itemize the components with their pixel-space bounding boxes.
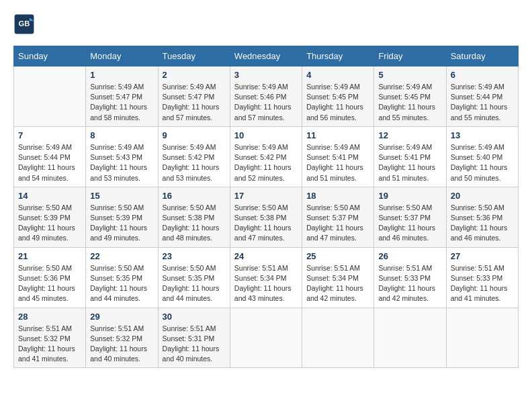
day-info: Sunrise: 5:49 AM Sunset: 5:44 PM Dayligh…	[451, 82, 514, 123]
day-number: 16	[163, 191, 226, 201]
week-row-2: 7Sunrise: 5:49 AM Sunset: 5:44 PM Daylig…	[14, 126, 519, 187]
day-number: 6	[451, 70, 514, 80]
day-info: Sunrise: 5:51 AM Sunset: 5:33 PM Dayligh…	[451, 263, 514, 304]
calendar-cell: 1Sunrise: 5:49 AM Sunset: 5:47 PM Daylig…	[86, 66, 158, 127]
day-number: 12	[378, 130, 441, 140]
day-number: 14	[18, 191, 81, 201]
day-info: Sunrise: 5:50 AM Sunset: 5:35 PM Dayligh…	[90, 263, 153, 304]
calendar-cell: 8Sunrise: 5:49 AM Sunset: 5:43 PM Daylig…	[86, 126, 158, 187]
day-info: Sunrise: 5:49 AM Sunset: 5:46 PM Dayligh…	[234, 82, 298, 123]
calendar-cell: 26Sunrise: 5:51 AM Sunset: 5:33 PM Dayli…	[374, 247, 446, 308]
calendar-cell: 25Sunrise: 5:51 AM Sunset: 5:34 PM Dayli…	[302, 247, 374, 308]
logo: GB	[13, 13, 38, 35]
header-row: SundayMondayTuesdayWednesdayThursdayFrid…	[14, 46, 519, 66]
week-row-4: 21Sunrise: 5:50 AM Sunset: 5:36 PM Dayli…	[14, 247, 519, 308]
calendar-cell	[446, 308, 518, 368]
day-header-monday: Monday	[86, 46, 158, 66]
day-number: 19	[378, 191, 441, 201]
calendar-cell: 17Sunrise: 5:50 AM Sunset: 5:38 PM Dayli…	[230, 187, 302, 247]
day-header-saturday: Saturday	[446, 46, 518, 66]
calendar-cell: 23Sunrise: 5:50 AM Sunset: 5:35 PM Dayli…	[158, 247, 230, 308]
calendar-cell: 9Sunrise: 5:49 AM Sunset: 5:42 PM Daylig…	[158, 126, 230, 187]
day-info: Sunrise: 5:49 AM Sunset: 5:45 PM Dayligh…	[306, 82, 369, 123]
calendar-cell: 20Sunrise: 5:50 AM Sunset: 5:36 PM Dayli…	[446, 187, 518, 247]
day-number: 25	[306, 251, 369, 261]
day-info: Sunrise: 5:51 AM Sunset: 5:34 PM Dayligh…	[306, 263, 369, 304]
day-info: Sunrise: 5:50 AM Sunset: 5:36 PM Dayligh…	[451, 203, 514, 244]
calendar-cell: 6Sunrise: 5:49 AM Sunset: 5:44 PM Daylig…	[446, 66, 518, 127]
svg-text:GB: GB	[19, 19, 30, 28]
day-number: 5	[378, 70, 441, 80]
day-number: 26	[378, 251, 441, 261]
day-number: 11	[306, 130, 369, 140]
day-info: Sunrise: 5:49 AM Sunset: 5:42 PM Dayligh…	[163, 142, 226, 183]
day-info: Sunrise: 5:49 AM Sunset: 5:47 PM Dayligh…	[163, 82, 226, 123]
calendar-cell	[14, 66, 86, 127]
day-info: Sunrise: 5:50 AM Sunset: 5:35 PM Dayligh…	[163, 263, 226, 304]
calendar-cell: 12Sunrise: 5:49 AM Sunset: 5:41 PM Dayli…	[374, 126, 446, 187]
calendar-cell: 30Sunrise: 5:51 AM Sunset: 5:31 PM Dayli…	[158, 308, 230, 368]
day-header-friday: Friday	[374, 46, 446, 66]
day-info: Sunrise: 5:51 AM Sunset: 5:34 PM Dayligh…	[234, 263, 298, 304]
calendar-cell: 3Sunrise: 5:49 AM Sunset: 5:46 PM Daylig…	[230, 66, 302, 127]
calendar-cell: 2Sunrise: 5:49 AM Sunset: 5:47 PM Daylig…	[158, 66, 230, 127]
calendar-cell: 5Sunrise: 5:49 AM Sunset: 5:45 PM Daylig…	[374, 66, 446, 127]
calendar-cell: 19Sunrise: 5:50 AM Sunset: 5:37 PM Dayli…	[374, 187, 446, 247]
page-header: GB	[13, 13, 519, 35]
day-number: 3	[234, 70, 298, 80]
day-info: Sunrise: 5:50 AM Sunset: 5:37 PM Dayligh…	[378, 203, 441, 244]
day-number: 2	[163, 70, 226, 80]
day-info: Sunrise: 5:50 AM Sunset: 5:36 PM Dayligh…	[18, 263, 81, 304]
day-number: 30	[163, 312, 226, 322]
calendar-cell: 13Sunrise: 5:49 AM Sunset: 5:40 PM Dayli…	[446, 126, 518, 187]
day-header-sunday: Sunday	[14, 46, 86, 66]
calendar-cell: 27Sunrise: 5:51 AM Sunset: 5:33 PM Dayli…	[446, 247, 518, 308]
calendar-cell: 18Sunrise: 5:50 AM Sunset: 5:37 PM Dayli…	[302, 187, 374, 247]
day-number: 7	[18, 130, 81, 140]
day-number: 21	[18, 251, 81, 261]
day-info: Sunrise: 5:50 AM Sunset: 5:37 PM Dayligh…	[306, 203, 369, 244]
week-row-5: 28Sunrise: 5:51 AM Sunset: 5:32 PM Dayli…	[14, 308, 519, 368]
day-number: 29	[90, 312, 153, 322]
day-info: Sunrise: 5:50 AM Sunset: 5:39 PM Dayligh…	[18, 203, 81, 244]
calendar-cell: 11Sunrise: 5:49 AM Sunset: 5:41 PM Dayli…	[302, 126, 374, 187]
day-header-thursday: Thursday	[302, 46, 374, 66]
day-header-wednesday: Wednesday	[230, 46, 302, 66]
calendar-table: SundayMondayTuesdayWednesdayThursdayFrid…	[13, 46, 519, 368]
week-row-3: 14Sunrise: 5:50 AM Sunset: 5:39 PM Dayli…	[14, 187, 519, 247]
day-info: Sunrise: 5:50 AM Sunset: 5:39 PM Dayligh…	[90, 203, 153, 244]
day-info: Sunrise: 5:49 AM Sunset: 5:44 PM Dayligh…	[18, 142, 81, 183]
day-number: 4	[306, 70, 369, 80]
day-number: 18	[306, 191, 369, 201]
calendar-cell: 10Sunrise: 5:49 AM Sunset: 5:42 PM Dayli…	[230, 126, 302, 187]
day-number: 15	[90, 191, 153, 201]
day-number: 17	[234, 191, 298, 201]
day-number: 13	[451, 130, 514, 140]
day-info: Sunrise: 5:49 AM Sunset: 5:42 PM Dayligh…	[234, 142, 298, 183]
day-info: Sunrise: 5:51 AM Sunset: 5:32 PM Dayligh…	[90, 324, 153, 365]
calendar-cell: 24Sunrise: 5:51 AM Sunset: 5:34 PM Dayli…	[230, 247, 302, 308]
day-number: 27	[451, 251, 514, 261]
logo-icon: GB	[13, 13, 35, 35]
calendar-cell: 14Sunrise: 5:50 AM Sunset: 5:39 PM Dayli…	[14, 187, 86, 247]
day-number: 9	[163, 130, 226, 140]
calendar-cell	[302, 308, 374, 368]
day-number: 23	[163, 251, 226, 261]
calendar-cell	[230, 308, 302, 368]
calendar-cell: 15Sunrise: 5:50 AM Sunset: 5:39 PM Dayli…	[86, 187, 158, 247]
calendar-cell: 21Sunrise: 5:50 AM Sunset: 5:36 PM Dayli…	[14, 247, 86, 308]
day-info: Sunrise: 5:50 AM Sunset: 5:38 PM Dayligh…	[234, 203, 298, 244]
day-info: Sunrise: 5:51 AM Sunset: 5:32 PM Dayligh…	[18, 324, 81, 365]
calendar-cell: 29Sunrise: 5:51 AM Sunset: 5:32 PM Dayli…	[86, 308, 158, 368]
calendar-cell: 16Sunrise: 5:50 AM Sunset: 5:38 PM Dayli…	[158, 187, 230, 247]
day-info: Sunrise: 5:49 AM Sunset: 5:41 PM Dayligh…	[378, 142, 441, 183]
day-info: Sunrise: 5:50 AM Sunset: 5:38 PM Dayligh…	[163, 203, 226, 244]
day-number: 28	[18, 312, 81, 322]
calendar-cell: 22Sunrise: 5:50 AM Sunset: 5:35 PM Dayli…	[86, 247, 158, 308]
day-number: 1	[90, 70, 153, 80]
day-info: Sunrise: 5:49 AM Sunset: 5:41 PM Dayligh…	[306, 142, 369, 183]
day-info: Sunrise: 5:49 AM Sunset: 5:43 PM Dayligh…	[90, 142, 153, 183]
day-number: 22	[90, 251, 153, 261]
calendar-cell: 28Sunrise: 5:51 AM Sunset: 5:32 PM Dayli…	[14, 308, 86, 368]
day-info: Sunrise: 5:49 AM Sunset: 5:40 PM Dayligh…	[451, 142, 514, 183]
